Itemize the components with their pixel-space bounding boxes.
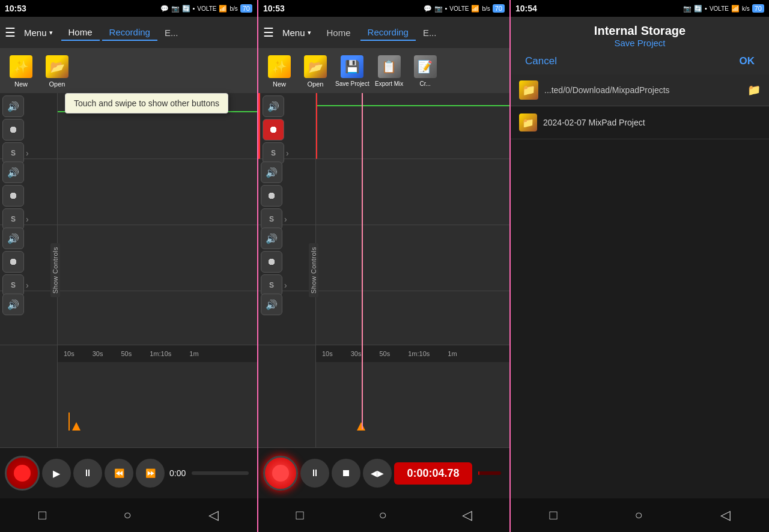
volume-btn-1-left[interactable]: 🔊 [2,95,24,117]
track-area-mid: Show Controls 🔊 ⏺ S › 🔊 [258,93,509,447]
volume-btn-4-mid[interactable]: 🔊 [261,294,282,315]
expand-2-left[interactable]: › [26,214,29,224]
menu-button-mid[interactable]: Menu ▾ [276,25,317,40]
dialog-subtitle: Save Project [520,38,759,48]
cr-icon-mid: 📝 [414,55,437,78]
pause-button-left[interactable]: ⏸ [73,459,102,488]
expand-1-left[interactable]: › [26,148,29,158]
right-panel: 10:54 📷 🔄 • VOLTE 📶 k/s 70 Internal Stor… [511,0,769,532]
path-nav-icon[interactable]: 📁 [747,83,761,97]
timeline-left: 10s 30s 50s 1m:10s 1m [58,345,257,362]
nav-back-mid[interactable]: ◁ [462,507,472,523]
export-mix-button-mid[interactable]: 📋 Export Mix [373,54,406,87]
volume-btn-2-mid[interactable]: 🔊 [261,162,282,183]
left-panel: 10:53 💬 📷 🔄 • VOLTE 📶 b/s 70 ☰ Menu ▾ Ho… [0,0,258,532]
hamburger-icon-left[interactable]: ☰ [5,25,16,40]
nav-circle-right[interactable]: ○ [634,507,642,523]
menu-bar-mid: ☰ Menu ▾ Home Recording E... [258,17,509,48]
expand-2-mid[interactable]: › [284,214,287,224]
file-item[interactable]: 📁 2024-02-07 MixPad Project [511,106,769,139]
time-right: 10:54 [515,4,537,13]
track-area-left: Show Controls 🔊 ⏺ S › 🔊 [0,93,257,447]
tab-recording-mid[interactable]: Recording [360,25,416,41]
track-row-4-mid: 🔊 [258,291,315,345]
record-btn-2-mid[interactable]: ⏺ [261,185,282,207]
marker-button-mid[interactable]: ◀▶ [363,459,392,488]
record-btn-3-left[interactable]: ⏺ [2,251,24,273]
pause-button-mid[interactable]: ⏸ [300,459,329,488]
track-row-3-left: 🔊 ⏺ S › [0,225,57,291]
expand-3-mid[interactable]: › [284,280,287,290]
status-bar-mid: 10:53 💬 📷 • VOLTE 📶 b/s 70 [258,0,509,17]
new-button-left[interactable]: ✨ New [5,54,37,88]
nav-back-right[interactable]: ◁ [720,507,731,523]
ff-button-left[interactable]: ⏩ [136,459,165,488]
progress-bar-left[interactable] [192,471,249,475]
hamburger-icon-mid[interactable]: ☰ [263,25,274,40]
mid-panel: 10:53 💬 📷 • VOLTE 📶 b/s 70 ☰ Menu ▾ Home… [258,0,511,532]
record-dot-left [14,465,31,482]
cancel-button-dialog[interactable]: Cancel [520,53,562,70]
nav-bar-mid: □ ○ ◁ [258,498,509,532]
tab-home-mid[interactable]: Home [320,25,358,40]
transport-bar-left: ▶ ⏸ ⏪ ⏩ 0:00 [0,447,257,498]
menu-button-left[interactable]: Menu ▾ [18,25,59,40]
record-btn-1-mid-active[interactable]: ⏺ [263,119,284,141]
nav-square-left[interactable]: □ [38,507,46,523]
nav-bar-left: □ ○ ◁ [0,498,257,532]
tab-recording-left[interactable]: Recording [102,25,157,41]
open-button-left[interactable]: 📂 Open [41,54,73,88]
play-button-left[interactable]: ▶ [42,459,71,488]
nav-back-left[interactable]: ◁ [208,507,219,523]
cr-button-mid[interactable]: 📝 Cr... [409,54,442,87]
playhead-mid [357,422,365,431]
save-dialog: Internal Storage Save Project Cancel OK … [511,17,769,498]
timeline-mid: 10s 30s 50s 1m:10s 1m [316,345,509,362]
tab-home-left[interactable]: Home [61,25,100,41]
menu-arrow-mid: ▾ [308,29,311,37]
record-button-large-left[interactable] [5,456,40,491]
volume-btn-2-left[interactable]: 🔊 [2,162,24,183]
track-row-1-left: 🔊 ⏺ S › [0,93,57,159]
lane-3-left [58,225,257,291]
time-left: 10:53 [5,4,26,13]
record-btn-1-left[interactable]: ⏺ [2,119,24,141]
show-controls-label-left[interactable]: Show Controls [50,243,60,297]
expand-3-left[interactable]: › [26,280,29,290]
track-row-4-left: 🔊 [0,291,57,345]
dialog-actions: Cancel OK [511,53,769,74]
volume-btn-1-mid[interactable]: 🔊 [263,95,284,117]
stop-button-mid[interactable]: ⏹ [332,459,360,488]
new-button-mid[interactable]: ✨ New [263,54,296,88]
nav-circle-left[interactable]: ○ [123,507,131,523]
save-project-button-mid[interactable]: 💾 Save Project [335,54,369,87]
save-icon-mid: 💾 [341,55,363,78]
time-display-left: 0:00 [169,468,186,478]
track-controls-mid: Show Controls 🔊 ⏺ S › 🔊 [258,93,316,447]
volume-btn-3-left[interactable]: 🔊 [2,228,24,249]
toolbar-left: ✨ New 📂 Open [0,48,257,93]
status-bar-left: 10:53 💬 📷 🔄 • VOLTE 📶 b/s 70 [0,0,257,17]
open-icon-mid: 📂 [304,55,327,78]
file-name: 2024-02-07 MixPad Project [543,118,645,127]
nav-square-right[interactable]: □ [549,507,557,523]
record-button-large-mid[interactable] [263,456,298,491]
export-icon-mid: 📋 [378,55,401,78]
nav-square-mid[interactable]: □ [296,507,303,523]
open-button-mid[interactable]: 📂 Open [299,54,332,88]
volume-btn-3-mid[interactable]: 🔊 [261,228,282,249]
expand-1-mid[interactable]: › [286,148,289,158]
show-controls-vert-left: Show Controls [50,93,61,447]
ok-button-dialog[interactable]: OK [735,53,760,70]
record-btn-3-mid[interactable]: ⏺ [261,251,282,273]
progress-bar-mid[interactable] [478,471,501,475]
nav-circle-mid[interactable]: ○ [378,507,386,523]
new-icon-mid: ✨ [268,55,291,78]
volume-btn-4-left[interactable]: 🔊 [2,294,24,315]
track-row-3-mid: 🔊 ⏺ S › [258,225,315,291]
lane-4-mid [316,291,509,345]
rewind-button-left[interactable]: ⏪ [105,459,133,488]
show-controls-label-mid[interactable]: Show Controls [309,243,318,297]
new-icon-left: ✨ [10,55,32,78]
record-btn-2-left[interactable]: ⏺ [2,185,24,207]
